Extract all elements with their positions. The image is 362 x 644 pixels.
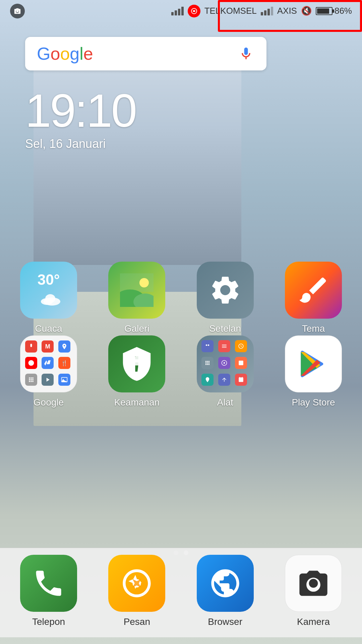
alat-dot3 (235, 340, 247, 352)
wallpaper-person-top (34, 37, 241, 265)
clock-widget: 19:10 Sel, 16 Januari (25, 87, 136, 151)
playstore-triangle-icon (285, 336, 342, 392)
alat-label: Alat (217, 397, 233, 408)
alat-dot7 (201, 374, 214, 386)
mute-icon: 🔇 (301, 6, 312, 16)
app-icon-tema[interactable]: Tema (285, 262, 342, 334)
browser-icon-bg (197, 555, 254, 612)
clock-time: 19:10 (25, 87, 136, 134)
setelan-label: Setelan (209, 323, 241, 334)
tema-label: Tema (302, 323, 325, 334)
clock-date: Sel, 16 Januari (25, 137, 136, 151)
battery-container: 86% (316, 6, 352, 16)
folder-apps (25, 374, 37, 386)
svg-point-0 (16, 10, 18, 12)
browser-label: Browser (208, 616, 242, 627)
playstore-label: Play Store (292, 397, 335, 408)
keamanan-icon-bg (108, 335, 165, 392)
battery-percent: 86% (335, 6, 352, 16)
status-right: TELKOMSEL AXIS 🔇 86% (171, 5, 352, 17)
telepon-label: Telepon (32, 616, 65, 627)
google-logo: Google (37, 44, 93, 64)
svg-point-4 (45, 294, 55, 303)
app-icon-cuaca[interactable]: 30° Cuaca (20, 262, 77, 334)
dock-telepon[interactable]: Telepon (20, 555, 77, 627)
alat-dot5 (218, 357, 230, 369)
alat-dot4 (201, 357, 214, 369)
folder-gmail: M (42, 340, 54, 353)
pesan-label: Pesan (124, 616, 150, 627)
google-folder-grid: M 🍴 (20, 336, 77, 392)
pesan-icon-bg (108, 555, 165, 612)
mic-icon[interactable] (237, 45, 255, 62)
keamanan-label: Keamanan (114, 397, 160, 408)
playstore-icon-bg (285, 335, 342, 392)
cuaca-icon-bg: 30° (20, 262, 77, 319)
folder-youtube (25, 357, 37, 369)
signal-bars-carrier1 (171, 7, 184, 15)
folder-drive (42, 357, 54, 369)
tema-icon-bg (285, 262, 342, 319)
app-grid-row1: 30° Cuaca (20, 262, 342, 334)
alat-dot8 (218, 374, 230, 386)
google-label: Google (34, 397, 64, 408)
status-left (10, 4, 25, 18)
galeri-icon-bg (108, 262, 165, 319)
folder-food: 🍴 (58, 357, 70, 369)
app-icon-alat[interactable]: Alat (197, 335, 254, 408)
svg-point-7 (139, 278, 149, 287)
app-icon-setelan[interactable]: Setelan (197, 262, 254, 334)
alat-folder-grid (197, 335, 254, 392)
signal-bars-carrier2 (261, 7, 273, 15)
app-icon-google[interactable]: M 🍴 (20, 335, 77, 408)
battery-icon (316, 7, 333, 15)
app-grid-row2: M 🍴 (20, 335, 342, 408)
app-icon-galeri[interactable]: Galeri (108, 262, 165, 334)
camera-status-icon (10, 4, 25, 18)
galeri-label: Galeri (124, 323, 149, 334)
weather-temp: 30° (35, 272, 62, 287)
telepon-icon-bg (20, 555, 77, 612)
alat-dot9 (235, 374, 247, 386)
svg-point-10 (223, 362, 225, 364)
dock: Telepon Pesan Browser Kamera (0, 548, 362, 637)
cuaca-label: Cuaca (35, 323, 62, 334)
carrier2-name: AXIS (277, 6, 297, 16)
folder-arrow (42, 374, 54, 386)
alat-dot2 (218, 340, 230, 352)
alat-dot6 (235, 357, 247, 369)
status-bar: TELKOMSEL AXIS 🔇 86% (0, 0, 362, 22)
alat-dot1 (201, 340, 214, 352)
carrier1-name: TELKOMSEL (204, 6, 257, 16)
dock-pesan[interactable]: Pesan (108, 555, 165, 627)
dock-browser[interactable]: Browser (197, 555, 254, 627)
alat-icon-bg (197, 335, 254, 392)
telkomsel-logo (188, 5, 200, 17)
folder-maps (58, 340, 70, 353)
folder-photos (58, 374, 70, 386)
dock-kamera[interactable]: Kamera (285, 555, 342, 627)
weather-cloud-icon (35, 290, 62, 308)
kamera-icon-bg (285, 555, 342, 612)
folder-mic (25, 340, 37, 353)
battery-fill (317, 8, 329, 14)
app-icon-keamanan[interactable]: Keamanan (108, 335, 165, 408)
google-folder-icon-bg: M 🍴 (20, 335, 77, 392)
search-bar[interactable]: Google (25, 37, 266, 70)
setelan-icon-bg (197, 262, 254, 319)
kamera-label: Kamera (297, 616, 330, 627)
app-icon-playstore[interactable]: Play Store (285, 335, 342, 408)
